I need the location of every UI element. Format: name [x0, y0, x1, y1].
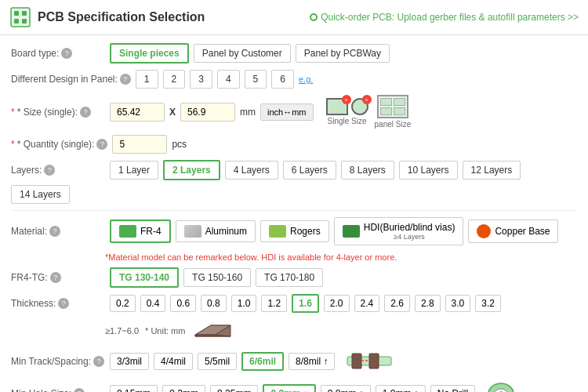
x-mark-circle: × [362, 95, 372, 104]
hole-0.8[interactable]: 0.8mm ↑ [321, 385, 371, 392]
min-track-row: Min Track/Spacing: ? 3/3mil 4/4mil 5/5mi… [11, 347, 577, 375]
material-copper[interactable]: Copper Base [468, 220, 558, 243]
design-2[interactable]: 2 [163, 70, 186, 89]
track-3-3[interactable]: 3/3mil [110, 353, 149, 370]
board-type-single[interactable]: Single pieces [110, 43, 189, 64]
quantity-input[interactable] [112, 135, 167, 154]
hole-0.3[interactable]: 0.3mm ↑ [263, 384, 315, 392]
tg-150-160[interactable]: TG 150-160 [183, 268, 251, 287]
layer-4[interactable]: 4 Layers [225, 161, 278, 180]
thick-1.2[interactable]: 1.2 [261, 295, 287, 312]
design-4[interactable]: 4 [217, 70, 240, 89]
svg-rect-9 [352, 354, 361, 368]
board-type-panel-pcbway[interactable]: Panel by PCBWay [296, 44, 390, 63]
board-type-panel-customer[interactable]: Panel by Customer [194, 44, 291, 63]
header-left: PCB Specification Selection [9, 6, 205, 28]
main-content: Board type: ? Single pieces Panel by Cus… [0, 35, 588, 392]
thickness-unit: * Unit: mm [145, 326, 185, 336]
eg-link[interactable]: e.g. [299, 74, 313, 84]
layer-12[interactable]: 12 Layers [463, 161, 521, 180]
board-type-row: Board type: ? Single pieces Panel by Cus… [11, 43, 577, 64]
hole-0.25[interactable]: 0.25mm [210, 385, 258, 392]
thick-2.6[interactable]: 2.6 [384, 295, 410, 312]
track-5-5[interactable]: 5/5mil [198, 353, 237, 370]
min-hole-help[interactable]: ? [74, 388, 85, 392]
material-hdi[interactable]: HDI(Buried/blind vias) ≥4 Layers [334, 217, 464, 245]
material-aluminum[interactable]: Aluminum [176, 220, 256, 242]
layer-2[interactable]: 2 Layers [163, 160, 220, 180]
hole-no-drill[interactable]: No Drill [430, 385, 475, 392]
layers-label: Layers: ? [11, 165, 105, 176]
layer-10[interactable]: 10 Layers [399, 161, 458, 180]
layer-1[interactable]: 1 Layer [110, 161, 158, 180]
track-4-4[interactable]: 4/4mil [154, 353, 193, 370]
size-help[interactable]: ? [80, 107, 91, 118]
board-type-help[interactable]: ? [61, 48, 72, 59]
size-width-input[interactable] [110, 103, 165, 122]
layer-14[interactable]: 14 Layers [11, 185, 70, 204]
thick-1.6[interactable]: 1.6 [292, 294, 319, 313]
thickness-section: Thickness: ? 0.2 0.4 0.6 0.8 1.0 1.2 1.6… [11, 294, 577, 343]
quantity-help[interactable]: ? [96, 139, 107, 150]
material-rogers[interactable]: Rogers [260, 220, 329, 242]
design-6[interactable]: 6 [271, 70, 294, 89]
thick-1.0[interactable]: 1.0 [231, 295, 257, 312]
thickness-help[interactable]: ? [58, 298, 69, 309]
single-size-label: Single Size [328, 117, 367, 125]
quantity-row: * * Quantity (single): ? pcs [11, 135, 577, 154]
page-title: PCB Specification Selection [38, 10, 205, 24]
tg-130-140[interactable]: TG 130-140 [110, 267, 179, 288]
layer-8[interactable]: 8 Layers [341, 161, 394, 180]
thick-2.4[interactable]: 2.4 [354, 295, 380, 312]
header: PCB Specification Selection Quick-order … [0, 0, 588, 35]
size-x: X [169, 107, 176, 118]
quick-order[interactable]: Quick-order PCB: Upload gerber files & a… [310, 12, 579, 23]
thickness-label: Thickness: ? [11, 298, 105, 309]
material-fr4[interactable]: FR-4 [110, 220, 171, 243]
layer-6[interactable]: 6 Layers [283, 161, 336, 180]
size-unit: mm [240, 107, 256, 118]
min-hole-label: Min Hole Size: ? [11, 388, 105, 392]
quick-order-text[interactable]: Quick-order PCB: Upload gerber files & a… [321, 12, 579, 23]
tg-170-180[interactable]: TG 170-180 [256, 268, 323, 287]
hole-0.15[interactable]: 0.15mm [110, 385, 158, 392]
min-track-help[interactable]: ? [93, 356, 104, 367]
fr4tg-row: FR4-TG: ? TG 130-140 TG 150-160 TG 170-1… [11, 267, 577, 288]
design-1[interactable]: 1 [136, 70, 158, 89]
different-design-row: Different Design in Panel: ? 1 2 3 4 5 6… [11, 70, 577, 89]
panel-size-label: panel Size [375, 120, 412, 129]
board-type-label: Board type: ? [11, 48, 105, 59]
thick-0.2[interactable]: 0.2 [110, 295, 136, 312]
track-6-6[interactable]: 6/6mil [241, 352, 284, 371]
thick-3.0[interactable]: 3.0 [445, 295, 471, 312]
track-8-8[interactable]: 8/8mil ↑ [289, 353, 335, 370]
hdi-text: HDI(Buried/blind vias) ≥4 Layers [364, 222, 456, 241]
thick-2.8[interactable]: 2.8 [415, 295, 441, 312]
quantity-label: * * Quantity (single): ? [11, 139, 107, 150]
thick-0.6[interactable]: 0.6 [170, 295, 196, 312]
fr4tg-label: FR4-TG: ? [11, 272, 105, 283]
material-help[interactable]: ? [49, 226, 60, 237]
thick-0.4[interactable]: 0.4 [140, 295, 166, 312]
hole-visual [486, 381, 516, 392]
aluminum-label: Aluminum [205, 226, 247, 237]
single-circle: × [351, 98, 368, 115]
rogers-icon [269, 225, 286, 238]
fr4tg-help[interactable]: ? [50, 272, 61, 283]
different-design-help[interactable]: ? [120, 74, 131, 85]
thick-0.8[interactable]: 0.8 [201, 295, 227, 312]
size-height-input[interactable] [180, 103, 235, 122]
svg-rect-3 [14, 19, 19, 24]
size-images: × × Single Size panel Size [326, 95, 412, 129]
unit-toggle[interactable]: inch↔mm [260, 103, 314, 121]
hole-1.0[interactable]: 1.0mm ↑ [376, 385, 426, 392]
design-5[interactable]: 5 [245, 70, 267, 89]
rogers-label: Rogers [290, 226, 321, 237]
thick-2.0[interactable]: 2.0 [324, 295, 350, 312]
hole-0.2[interactable]: 0.2mm [162, 385, 205, 392]
size-row: * * Size (single): ? X mm inch↔mm × × Si… [11, 95, 577, 129]
thick-3.2[interactable]: 3.2 [475, 295, 501, 312]
design-3[interactable]: 3 [190, 70, 212, 89]
min-track-label: Min Track/Spacing: ? [11, 356, 105, 367]
layers-help[interactable]: ? [44, 165, 55, 176]
